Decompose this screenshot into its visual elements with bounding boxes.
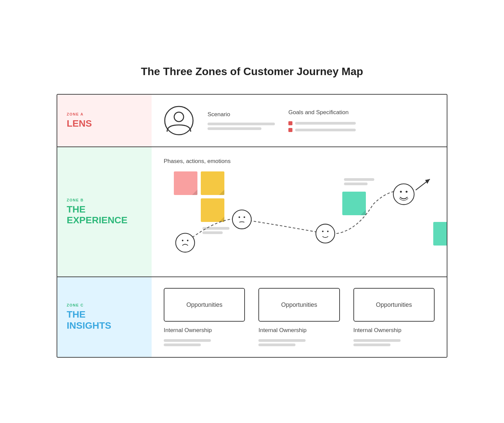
sticky-pink [174, 171, 197, 195]
scenario-title: Scenario [208, 111, 275, 118]
opportunity-label-3: Opportunities [376, 301, 412, 308]
zone-b-subtitle: ZONE B [67, 198, 142, 202]
opportunity-box-3: Opportunities [353, 288, 435, 322]
zone-a-label: ZONE A LENS [57, 95, 152, 147]
insight-lines-2 [258, 339, 340, 346]
sticky-teal-1 [342, 192, 366, 215]
exp-lines-1 [202, 227, 229, 234]
goals-item-1 [288, 121, 356, 125]
zone-a-row: ZONE A LENS Scenario [57, 95, 447, 147]
red-square-1 [288, 121, 292, 125]
svg-point-6 [239, 217, 240, 218]
insight-lines-3 [353, 339, 435, 346]
sticky-yellow-2 [201, 198, 224, 222]
zone-a-subtitle: ZONE A [67, 112, 142, 116]
zone-a-content: Scenario Goals and Specification [152, 95, 447, 147]
avatar-icon [164, 105, 194, 136]
svg-point-10 [327, 231, 329, 232]
svg-point-3 [182, 240, 184, 241]
main-title: The Three Zones of Customer Journey Map [57, 65, 447, 78]
svg-point-7 [244, 217, 245, 218]
goals-line-1 [295, 122, 356, 125]
page-wrapper: The Three Zones of Customer Journey Map … [50, 52, 454, 371]
insight-col-3: Opportunities Internal Ownership [353, 288, 435, 346]
insight-col-2: Opportunities Internal Ownership [258, 288, 340, 346]
svg-point-12 [400, 191, 402, 193]
svg-point-0 [165, 106, 193, 135]
opportunity-box-2: Opportunities [258, 288, 340, 322]
svg-line-14 [416, 179, 430, 190]
goals-block: Goals and Specification [288, 109, 356, 132]
sticky-teal-2 [433, 222, 447, 246]
internal-ownership-3: Internal Ownership [353, 326, 435, 334]
goals-item-2 [288, 128, 356, 132]
insight-lines-1 [164, 339, 245, 346]
zone-a-inner: Scenario Goals and Specification [164, 105, 435, 136]
zone-c-content: Opportunities Internal Ownership Opportu… [152, 277, 447, 357]
zone-c-title: THE INSIGHTS [67, 309, 142, 331]
internal-ownership-1: Internal Ownership [164, 326, 245, 334]
phases-label: Phases, actions, emotions [164, 158, 435, 165]
zone-c-inner: Opportunities Internal Ownership Opportu… [164, 288, 435, 346]
svg-marker-15 [425, 179, 430, 184]
svg-point-8 [316, 224, 335, 243]
svg-point-13 [406, 191, 408, 193]
zone-c-row: ZONE C THE INSIGHTS Opportunities Intern… [57, 277, 447, 357]
goals-line-2 [295, 129, 356, 131]
experience-area [164, 171, 435, 262]
zone-a-title: LENS [67, 118, 142, 129]
scenario-block: Scenario [208, 111, 275, 130]
svg-point-9 [322, 231, 324, 232]
svg-point-4 [187, 240, 189, 241]
zone-b-row: ZONE B THE EXPERIENCE Phases, actions, e… [57, 147, 447, 277]
internal-ownership-2: Internal Ownership [258, 326, 340, 334]
scenario-line-2 [208, 127, 261, 130]
scenario-line-1 [208, 123, 275, 125]
svg-point-1 [174, 112, 184, 122]
opportunity-label-2: Opportunities [281, 301, 317, 308]
svg-point-2 [176, 233, 195, 252]
svg-point-5 [232, 210, 251, 229]
zone-b-title: THE EXPERIENCE [67, 204, 142, 226]
zone-c-label: ZONE C THE INSIGHTS [57, 277, 152, 357]
zone-b-label: ZONE B THE EXPERIENCE [57, 147, 152, 276]
zone-b-content: Phases, actions, emotions [152, 147, 447, 276]
zone-b-inner: Phases, actions, emotions [164, 158, 435, 266]
opportunity-label-1: Opportunities [186, 301, 222, 308]
sticky-yellow-1 [201, 171, 224, 195]
svg-point-11 [393, 184, 414, 205]
diagram: ZONE A LENS Scenario [57, 94, 447, 358]
opportunity-box-1: Opportunities [164, 288, 245, 322]
zone-c-subtitle: ZONE C [67, 303, 142, 307]
insight-col-1: Opportunities Internal Ownership [164, 288, 245, 346]
exp-lines-2 [344, 178, 374, 185]
goals-title: Goals and Specification [288, 109, 356, 116]
red-square-2 [288, 128, 292, 132]
